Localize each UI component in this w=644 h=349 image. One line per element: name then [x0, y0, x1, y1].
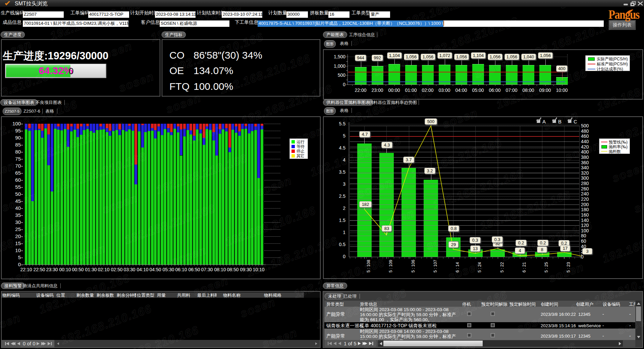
- svg-text:1 of 5: 1 of 5: [344, 341, 357, 346]
- svg-text:0 of 0: 0 of 0: [23, 341, 36, 346]
